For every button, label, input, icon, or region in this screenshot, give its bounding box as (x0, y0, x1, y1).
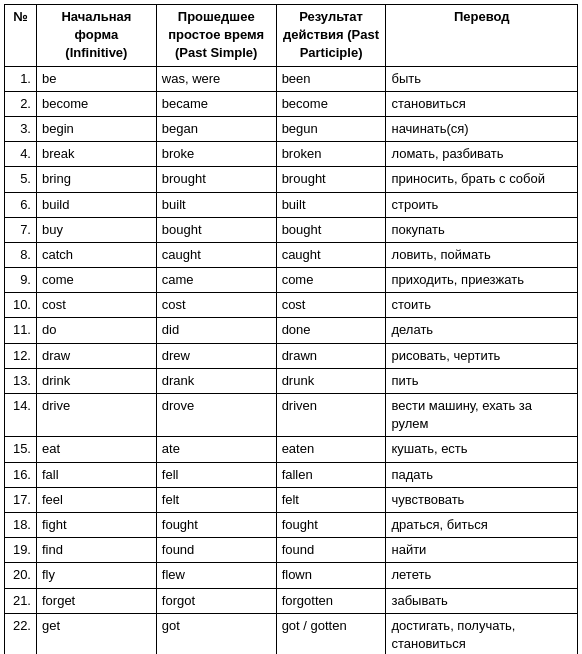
cell-no: 4. (5, 142, 37, 167)
cell-past-participle: got / gotten (276, 613, 386, 654)
cell-translation: кушать, есть (386, 437, 578, 462)
cell-translation: пить (386, 368, 578, 393)
cell-past-participle: fallen (276, 462, 386, 487)
cell-no: 13. (5, 368, 37, 393)
table-row: 14.drivedrovedrivenвести машину, ехать з… (5, 394, 578, 437)
cell-infinitive: find (36, 538, 156, 563)
cell-no: 19. (5, 538, 37, 563)
cell-no: 10. (5, 293, 37, 318)
cell-infinitive: catch (36, 242, 156, 267)
cell-no: 20. (5, 563, 37, 588)
cell-past-simple: flew (156, 563, 276, 588)
cell-no: 1. (5, 66, 37, 91)
cell-infinitive: cost (36, 293, 156, 318)
cell-past-participle: felt (276, 487, 386, 512)
cell-past-simple: fought (156, 512, 276, 537)
cell-past-simple: found (156, 538, 276, 563)
cell-translation: покупать (386, 217, 578, 242)
cell-translation: строить (386, 192, 578, 217)
cell-past-simple: caught (156, 242, 276, 267)
cell-translation: приносить, брать с собой (386, 167, 578, 192)
cell-past-participle: caught (276, 242, 386, 267)
cell-no: 11. (5, 318, 37, 343)
table-row: 7.buyboughtboughtпокупать (5, 217, 578, 242)
table-row: 9.comecamecomeприходить, приезжать (5, 268, 578, 293)
table-row: 22.getgotgot / gottenдостигать, получать… (5, 613, 578, 654)
cell-past-participle: driven (276, 394, 386, 437)
table-row: 4.breakbrokebrokenломать, разбивать (5, 142, 578, 167)
cell-infinitive: be (36, 66, 156, 91)
cell-past-participle: become (276, 91, 386, 116)
cell-past-participle: bought (276, 217, 386, 242)
cell-infinitive: drink (36, 368, 156, 393)
cell-past-participle: built (276, 192, 386, 217)
cell-no: 18. (5, 512, 37, 537)
cell-no: 8. (5, 242, 37, 267)
cell-infinitive: become (36, 91, 156, 116)
cell-infinitive: begin (36, 116, 156, 141)
cell-past-participle: broken (276, 142, 386, 167)
cell-translation: рисовать, чертить (386, 343, 578, 368)
cell-no: 12. (5, 343, 37, 368)
cell-translation: лететь (386, 563, 578, 588)
cell-past-participle: cost (276, 293, 386, 318)
cell-infinitive: draw (36, 343, 156, 368)
cell-translation: чувствовать (386, 487, 578, 512)
cell-past-simple: felt (156, 487, 276, 512)
table-row: 5.bringbroughtbroughtприносить, брать с … (5, 167, 578, 192)
cell-past-participle: fought (276, 512, 386, 537)
table-row: 18.fightfoughtfoughtдраться, биться (5, 512, 578, 537)
table-row: 17.feelfeltfeltчувствовать (5, 487, 578, 512)
cell-past-simple: fell (156, 462, 276, 487)
cell-no: 15. (5, 437, 37, 462)
cell-translation: быть (386, 66, 578, 91)
cell-past-simple: drank (156, 368, 276, 393)
cell-past-participle: done (276, 318, 386, 343)
cell-infinitive: feel (36, 487, 156, 512)
table-row: 1.bewas, werebeenбыть (5, 66, 578, 91)
table-row: 20.flyflewflownлететь (5, 563, 578, 588)
cell-translation: падать (386, 462, 578, 487)
cell-translation: ловить, поймать (386, 242, 578, 267)
cell-past-simple: became (156, 91, 276, 116)
table-row: 15.eatateeatenкушать, есть (5, 437, 578, 462)
cell-past-participle: flown (276, 563, 386, 588)
cell-past-participle: eaten (276, 437, 386, 462)
cell-past-simple: broke (156, 142, 276, 167)
table-row: 16.fallfellfallenпадать (5, 462, 578, 487)
cell-past-simple: ate (156, 437, 276, 462)
table-row: 12.drawdrewdrawnрисовать, чертить (5, 343, 578, 368)
cell-translation: приходить, приезжать (386, 268, 578, 293)
header-infinitive: Начальная форма (Infinitive) (36, 5, 156, 67)
cell-past-simple: brought (156, 167, 276, 192)
cell-translation: найти (386, 538, 578, 563)
cell-translation: становиться (386, 91, 578, 116)
cell-infinitive: bring (36, 167, 156, 192)
cell-infinitive: do (36, 318, 156, 343)
table-row: 13.drinkdrankdrunkпить (5, 368, 578, 393)
cell-no: 2. (5, 91, 37, 116)
header-no: № (5, 5, 37, 67)
cell-infinitive: break (36, 142, 156, 167)
cell-no: 7. (5, 217, 37, 242)
table-row: 2.becomebecamebecomeстановиться (5, 91, 578, 116)
cell-no: 17. (5, 487, 37, 512)
table-row: 3.beginbeganbegunначинать(ся) (5, 116, 578, 141)
cell-translation: ломать, разбивать (386, 142, 578, 167)
cell-no: 3. (5, 116, 37, 141)
table-row: 10.costcostcostстоить (5, 293, 578, 318)
header-past-participle: Результат действия (Past Participle) (276, 5, 386, 67)
cell-no: 14. (5, 394, 37, 437)
cell-translation: делать (386, 318, 578, 343)
cell-past-participle: begun (276, 116, 386, 141)
irregular-verbs-table: № Начальная форма (Infinitive) Прошедшее… (4, 4, 578, 654)
cell-past-simple: cost (156, 293, 276, 318)
cell-past-participle: found (276, 538, 386, 563)
cell-translation: драться, биться (386, 512, 578, 537)
cell-infinitive: forget (36, 588, 156, 613)
table-row: 21.forgetforgotforgottenзабывать (5, 588, 578, 613)
cell-past-participle: drawn (276, 343, 386, 368)
cell-past-simple: did (156, 318, 276, 343)
header-translation: Перевод (386, 5, 578, 67)
cell-past-simple: got (156, 613, 276, 654)
